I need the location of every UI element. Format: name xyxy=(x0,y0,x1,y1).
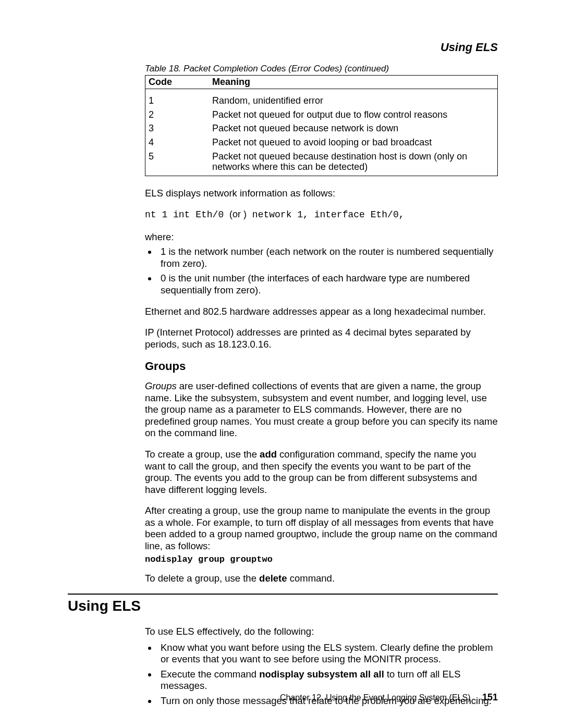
th-meaning: Meaning xyxy=(209,76,498,89)
text: To delete a group, use the xyxy=(145,573,259,584)
table-header-row: Code Meaning xyxy=(145,76,498,89)
section-rule xyxy=(68,594,498,595)
table-caption: Table 18. Packet Completion Codes (Error… xyxy=(145,64,498,74)
paragraph: Ethernet and 802.5 hardware addresses ap… xyxy=(145,306,498,318)
cell-code: 1 xyxy=(145,89,210,106)
code-text: network 1, interface Eth/0, xyxy=(247,209,404,220)
code-sample: nt 1 int Eth/0 (or ) network 1, interfac… xyxy=(145,209,498,220)
code-text: nt 1 int Eth/0 xyxy=(145,209,229,220)
paragraph: IP (Internet Protocol) addresses are pri… xyxy=(145,327,498,350)
cell-meaning: Packet not queued because network is dow… xyxy=(209,120,498,134)
bold-nodisplay: nodisplay subsystem all all xyxy=(259,669,384,680)
page-footer: Chapter 12. Using the Event Logging Syst… xyxy=(68,692,498,703)
list-item: 0 is the unit number (the interfaces of … xyxy=(157,273,498,296)
paragraph: Groups are user-defined collections of e… xyxy=(145,380,498,439)
italic-lead: Groups xyxy=(145,380,177,391)
cell-code: 5 xyxy=(145,148,210,176)
cell-meaning: Random, unidentified error xyxy=(209,89,498,106)
error-codes-table: Code Meaning 1 Random, unidentified erro… xyxy=(145,75,498,176)
cell-meaning: Packet not queued for output due to flow… xyxy=(209,106,498,120)
footer-chapter: Chapter 12. Using the Event Logging Syst… xyxy=(280,693,471,702)
section-heading-using-els: Using ELS xyxy=(68,598,498,614)
table-row: 1 Random, unidentified error xyxy=(145,89,498,106)
cell-meaning: Packet not queued because destination ho… xyxy=(209,148,498,176)
list-item: 1 is the network number (each network on… xyxy=(157,246,498,269)
text: command. xyxy=(287,573,335,584)
table-row: 4 Packet not queued to avoid looping or … xyxy=(145,134,498,148)
text: Execute the command xyxy=(161,669,259,680)
paragraph: After creating a group, use the group na… xyxy=(145,505,498,552)
command-sample: nodisplay group grouptwo xyxy=(145,554,498,564)
table-row: 5 Packet not queued because destination … xyxy=(145,148,498,176)
code-or: (or ) xyxy=(229,209,247,219)
text: are user-defined collections of events t… xyxy=(145,380,498,438)
where-label: where: xyxy=(145,231,498,243)
paragraph: To delete a group, use the delete comman… xyxy=(145,573,498,585)
text: To create a group, use the xyxy=(145,449,260,460)
subheading-groups: Groups xyxy=(145,360,498,373)
page: Using ELS Table 18. Packet Completion Co… xyxy=(0,0,563,728)
paragraph: To create a group, use the add configura… xyxy=(145,449,498,496)
cell-meaning: Packet not queued to avoid looping or ba… xyxy=(209,134,498,148)
page-number: 151 xyxy=(482,692,498,702)
paragraph: To use ELS effectively, do the following… xyxy=(145,626,498,638)
paragraph: ELS displays network information as foll… xyxy=(145,188,498,200)
table-row: 3 Packet not queued because network is d… xyxy=(145,120,498,134)
cell-code: 2 xyxy=(145,106,210,120)
where-list: 1 is the network number (each network on… xyxy=(145,246,498,296)
list-item: Know what you want before using the ELS … xyxy=(157,642,498,665)
table-row: 2 Packet not queued for output due to fl… xyxy=(145,106,498,120)
cell-code: 3 xyxy=(145,120,210,134)
cell-code: 4 xyxy=(145,134,210,148)
th-code: Code xyxy=(145,76,210,89)
main-column: Table 18. Packet Completion Codes (Error… xyxy=(145,64,498,584)
bold-add: add xyxy=(260,449,277,460)
running-header: Using ELS xyxy=(68,41,498,54)
bold-delete: delete xyxy=(259,573,287,584)
list-item: Execute the command nodisplay subsystem … xyxy=(157,669,498,692)
